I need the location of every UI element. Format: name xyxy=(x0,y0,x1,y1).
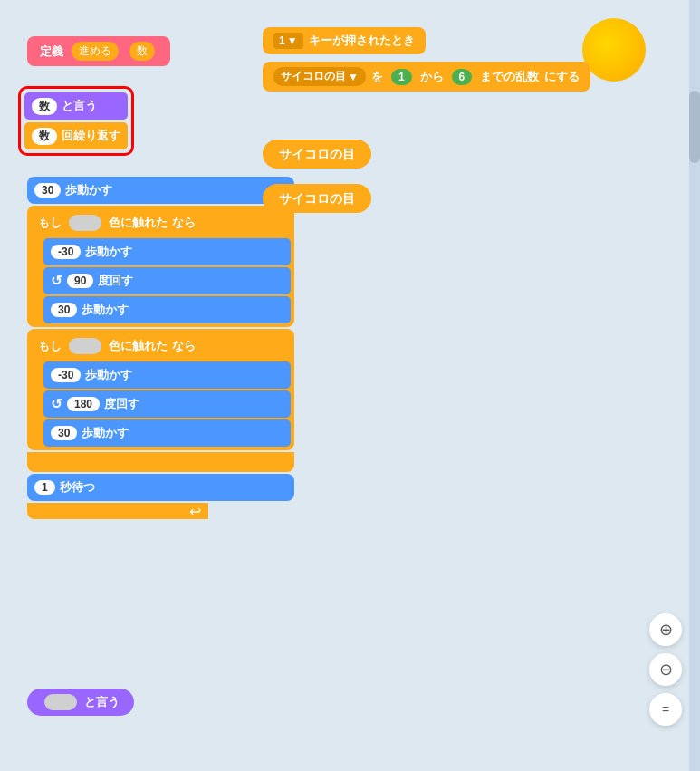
steps1-label: 歩動かす xyxy=(65,182,112,198)
wo-label: を xyxy=(371,69,383,85)
repeat-param: 数 xyxy=(32,128,57,145)
definition-block: 定義 進める 数 xyxy=(27,36,170,66)
wait-label: 秒待つ xyxy=(60,479,95,496)
steps2-val: -30 xyxy=(51,245,81,259)
steps3-label: 歩動かす xyxy=(82,302,129,318)
orange-bottom xyxy=(27,452,294,472)
steps4-label: 歩動かす xyxy=(85,367,132,383)
from-num: 1 xyxy=(391,69,412,85)
key-label: キーが押されたとき xyxy=(309,33,415,49)
key-pressed-block[interactable]: 1 ▼ キーが押されたとき xyxy=(263,27,426,54)
say-label: と言う xyxy=(62,98,97,114)
steps2-label: 歩動かす xyxy=(85,244,132,260)
if2-label: もし xyxy=(38,338,62,354)
dice-float-2[interactable]: サイコロの目 xyxy=(263,184,371,213)
loop-tail: ↩ xyxy=(27,503,208,519)
ni-label: にする xyxy=(544,69,580,85)
if-header-2[interactable]: もし 色に触れた なら xyxy=(31,332,291,360)
repeat-block[interactable]: 数 回繰り返す xyxy=(24,122,128,149)
wait-num: 1 xyxy=(34,480,55,495)
from-label: から xyxy=(420,69,444,85)
if1-label: もし xyxy=(38,215,62,231)
zoom-in-button[interactable]: ⊕ xyxy=(649,613,682,646)
fit-button[interactable]: = xyxy=(649,693,682,726)
wait-block[interactable]: 1 秒待つ xyxy=(27,474,294,501)
if1-suffix: なら xyxy=(172,215,196,231)
steps5-label: 歩動かす xyxy=(82,425,129,441)
rotate1-label: 度回す xyxy=(98,273,133,289)
move-block-3[interactable]: 30 歩動かす xyxy=(43,296,291,323)
steps5-val: 30 xyxy=(51,426,77,440)
move-block-2[interactable]: -30 歩動かす xyxy=(43,238,291,265)
rotate-block-1[interactable]: ↺ 90 度回す xyxy=(43,267,291,294)
rotate1-deg: 90 xyxy=(67,274,93,288)
main-container: 30 歩動かす もし 色に触れた なら -30 歩動かす ↺ 90 度回す xyxy=(27,177,294,521)
dice-set-block[interactable]: サイコロの目 ▼ を 1 から 6 までの乱数 にする xyxy=(263,62,590,92)
if2-suffix: なら xyxy=(172,338,196,354)
rotate-block-2[interactable]: ↺ 180 度回す xyxy=(43,390,291,418)
if-header-1[interactable]: もし 色に触れた なら xyxy=(31,209,291,236)
key-dropdown[interactable]: 1 ▼ xyxy=(273,33,303,49)
if-container-1: もし 色に触れた なら -30 歩動かす ↺ 90 度回す 30 歩動かす xyxy=(27,206,294,327)
dice-float-1[interactable]: サイコロの目 xyxy=(263,140,371,169)
to-num: 6 xyxy=(452,69,473,85)
if-container-2: もし 色に触れた なら -30 歩動かす ↺ 180 度回す 30 歩動かす xyxy=(27,329,294,450)
bottom-say-block[interactable]: と言う xyxy=(27,689,134,716)
rotate-icon-1: ↺ xyxy=(51,273,62,289)
move-block-1[interactable]: 30 歩動かす xyxy=(27,177,294,204)
move-block-4[interactable]: -30 歩動かす xyxy=(43,361,291,389)
steps4-val: -30 xyxy=(51,368,81,382)
say-param: 数 xyxy=(32,98,57,115)
say-toggle[interactable] xyxy=(44,694,77,710)
key-num: 1 xyxy=(279,34,285,47)
color-toggle-2[interactable] xyxy=(69,338,101,354)
say-block[interactable]: 数 と言う xyxy=(24,92,128,120)
rotate-icon-2: ↺ xyxy=(51,396,62,412)
move-block-5[interactable]: 30 歩動かす xyxy=(43,419,291,447)
def-param: 数 xyxy=(129,42,155,61)
bottom-say-label: と言う xyxy=(84,694,120,710)
to-label: までの乱数 xyxy=(480,69,539,85)
key-dropdown-arrow: ▼ xyxy=(287,34,298,47)
zoom-out-button[interactable]: ⊖ xyxy=(649,653,682,686)
def-label: 定義 xyxy=(40,43,63,60)
red-outline-box: 数 と言う 数 回繰り返す xyxy=(18,86,134,156)
steps1-val: 30 xyxy=(34,183,61,198)
def-name: 進める xyxy=(72,42,119,61)
color2-label: 色に触れた xyxy=(109,338,168,354)
canvas: 定義 進める 数 数 と言う 数 回繰り返す 30 歩動かす もし 色に触れた xyxy=(0,0,700,771)
steps3-val: 30 xyxy=(51,303,77,317)
rotate2-label: 度回す xyxy=(104,396,139,412)
color1-label: 色に触れた xyxy=(109,215,168,231)
right-area: 1 ▼ キーが押されたとき サイコロの目 ▼ を 1 から 6 までの乱数 にす… xyxy=(263,27,700,207)
dice-dropdown-arrow-icon: ▼ xyxy=(348,71,359,83)
rotate2-deg: 180 xyxy=(67,397,100,411)
dice-dropdown-text: サイコロの目 xyxy=(281,69,346,84)
dice-dropdown[interactable]: サイコロの目 ▼ xyxy=(273,67,366,86)
color-toggle-1[interactable] xyxy=(69,215,101,231)
dice-float-1-container: サイコロの目 xyxy=(263,146,700,163)
dice-float-2-container: サイコロの目 xyxy=(263,190,700,207)
zoom-controls: ⊕ ⊖ = xyxy=(649,613,682,726)
loop-arrow-icon: ↩ xyxy=(189,503,201,520)
repeat-label: 回繰り返す xyxy=(62,128,120,144)
